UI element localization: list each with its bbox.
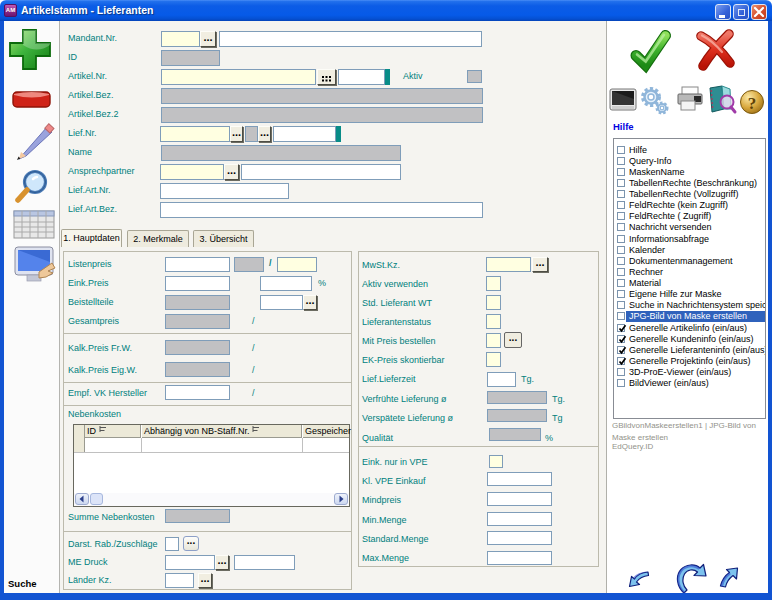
svg-text:?: ? bbox=[748, 94, 757, 113]
